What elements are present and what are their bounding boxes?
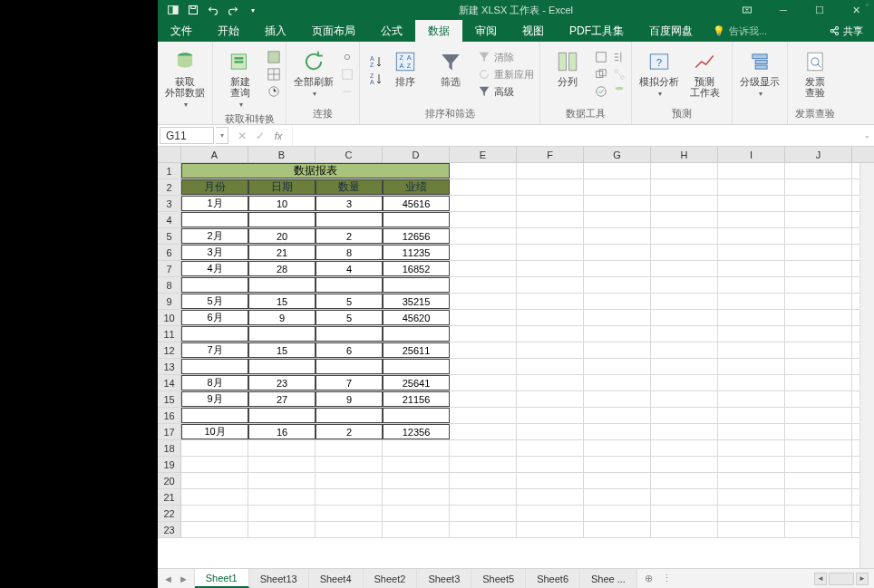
- cell[interactable]: [450, 457, 517, 472]
- new-query-button[interactable]: 新建 查询 ▾: [218, 45, 262, 111]
- cell[interactable]: [316, 277, 383, 293]
- cell[interactable]: 12656: [383, 228, 450, 244]
- cell[interactable]: [651, 342, 718, 358]
- cell[interactable]: [517, 228, 584, 244]
- cell[interactable]: [517, 473, 584, 488]
- cell[interactable]: [517, 408, 584, 423]
- cell[interactable]: 16852: [383, 261, 450, 276]
- cell[interactable]: 28: [248, 261, 316, 276]
- cell[interactable]: [383, 440, 450, 456]
- cell[interactable]: [181, 489, 248, 505]
- cell[interactable]: [785, 473, 852, 488]
- cell[interactable]: 15: [248, 342, 316, 358]
- cell[interactable]: [383, 408, 450, 423]
- cell[interactable]: [718, 408, 785, 423]
- cell[interactable]: [785, 489, 852, 505]
- cell[interactable]: [785, 261, 852, 276]
- remove-duplicates-button[interactable]: [595, 66, 607, 82]
- cell[interactable]: [785, 228, 852, 244]
- cell[interactable]: [450, 294, 517, 309]
- sheet-tab[interactable]: Sheet13: [249, 569, 309, 588]
- cell[interactable]: [718, 440, 785, 456]
- cell[interactable]: [718, 179, 785, 195]
- vertical-scrollbar[interactable]: [859, 163, 874, 568]
- sheet-next-icon[interactable]: ►: [179, 574, 189, 584]
- cell[interactable]: [517, 196, 584, 211]
- cell[interactable]: [450, 489, 517, 505]
- cell[interactable]: [584, 228, 651, 244]
- cell[interactable]: [316, 457, 383, 472]
- sheet-tab[interactable]: Sheet5: [471, 569, 526, 588]
- cell[interactable]: 11235: [383, 245, 450, 260]
- cell[interactable]: [517, 179, 584, 195]
- cell[interactable]: [248, 359, 316, 374]
- sort-desc-button[interactable]: ZA: [369, 70, 382, 86]
- cell[interactable]: [181, 212, 248, 227]
- name-box[interactable]: G11: [160, 127, 214, 144]
- cell[interactable]: 9: [248, 310, 316, 325]
- row-header[interactable]: 18: [158, 440, 181, 456]
- cell[interactable]: [517, 294, 584, 309]
- cell[interactable]: [718, 212, 785, 227]
- undo-icon[interactable]: [205, 2, 221, 18]
- cell[interactable]: [785, 506, 852, 521]
- cell[interactable]: 9月: [181, 391, 248, 407]
- reapply-filter-button[interactable]: 重新应用: [478, 66, 534, 82]
- minimize-button[interactable]: ─: [765, 0, 801, 20]
- cell[interactable]: [584, 163, 651, 178]
- cell[interactable]: [316, 440, 383, 456]
- tab-pdf[interactable]: PDF工具集: [557, 20, 636, 42]
- consolidate-button[interactable]: [613, 49, 626, 65]
- sort-button[interactable]: ZAAZ 排序: [384, 45, 427, 87]
- row-header[interactable]: 1: [158, 163, 181, 178]
- cell[interactable]: [450, 359, 517, 374]
- row-header[interactable]: 10: [158, 310, 181, 325]
- flash-fill-button[interactable]: [595, 49, 607, 65]
- cell[interactable]: [517, 375, 584, 390]
- sort-asc-button[interactable]: AZ: [369, 53, 382, 69]
- cell[interactable]: [248, 457, 316, 472]
- cell[interactable]: 5: [316, 310, 383, 325]
- cell[interactable]: 16: [248, 424, 316, 439]
- relationships-button[interactable]: [613, 66, 626, 82]
- tab-baidu[interactable]: 百度网盘: [636, 20, 705, 42]
- cell[interactable]: [718, 457, 785, 472]
- sheet-tab[interactable]: Sheet1: [195, 569, 249, 588]
- cell[interactable]: 4: [316, 261, 383, 276]
- cell[interactable]: [450, 506, 517, 521]
- column-header[interactable]: H: [651, 147, 718, 162]
- select-all-corner[interactable]: [158, 147, 181, 162]
- cell[interactable]: [517, 261, 584, 276]
- cell[interactable]: [584, 294, 651, 309]
- cell[interactable]: [450, 375, 517, 390]
- cell[interactable]: [584, 391, 651, 407]
- cell[interactable]: [785, 179, 852, 195]
- cell[interactable]: [584, 408, 651, 423]
- cell[interactable]: [584, 212, 651, 227]
- cell[interactable]: [517, 506, 584, 521]
- tell-me[interactable]: 💡 告诉我...: [713, 20, 767, 42]
- data-validation-button[interactable]: [595, 83, 607, 100]
- formula-expand-icon[interactable]: ⌄: [859, 125, 874, 146]
- formula-input[interactable]: [292, 125, 859, 146]
- cell[interactable]: [450, 212, 517, 227]
- cell[interactable]: [584, 440, 651, 456]
- cell[interactable]: [450, 391, 517, 407]
- cell[interactable]: [651, 326, 718, 342]
- cell[interactable]: [785, 245, 852, 260]
- advanced-filter-button[interactable]: 高级: [478, 83, 534, 100]
- cell[interactable]: [584, 179, 651, 195]
- cell[interactable]: [181, 506, 248, 521]
- sheet-tab[interactable]: Sheet3: [417, 569, 471, 588]
- cell[interactable]: [718, 375, 785, 390]
- cell[interactable]: [450, 424, 517, 439]
- cell[interactable]: [517, 359, 584, 374]
- cell[interactable]: [316, 473, 383, 488]
- cell[interactable]: [785, 440, 852, 456]
- cell[interactable]: [517, 457, 584, 472]
- cell[interactable]: [718, 261, 785, 276]
- cell[interactable]: [316, 506, 383, 521]
- column-header[interactable]: A: [181, 147, 248, 162]
- cell[interactable]: [584, 196, 651, 211]
- cell[interactable]: [383, 212, 450, 227]
